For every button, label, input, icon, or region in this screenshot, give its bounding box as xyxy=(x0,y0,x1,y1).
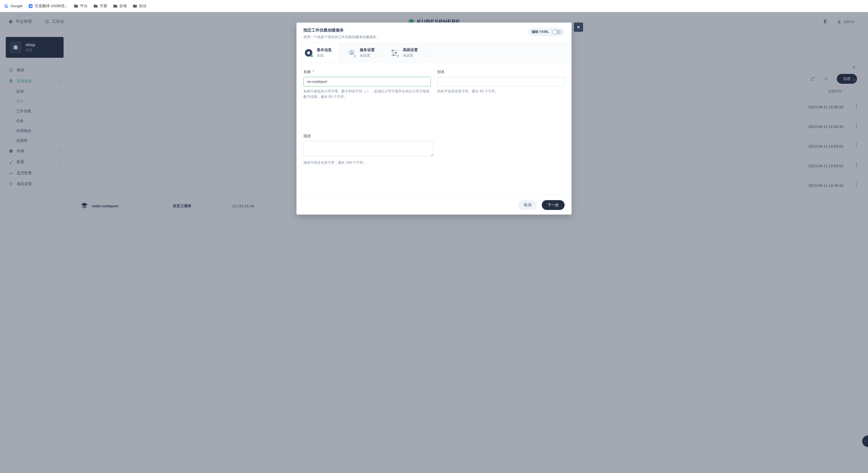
close-button[interactable] xyxy=(574,23,583,32)
step-service-settings[interactable]: 服务设置 未设置 xyxy=(340,43,382,62)
svg-point-37 xyxy=(397,55,399,57)
desc-label: 描述 xyxy=(303,133,311,139)
name-input[interactable] xyxy=(303,77,431,86)
name-hint: 名称只能包含小写字母、数字和连字符（-），必须以小写字母开头并以小写字母或数字结… xyxy=(303,89,431,100)
cancel-button[interactable]: 取消 xyxy=(518,200,537,210)
svg-point-34 xyxy=(392,50,393,52)
next-button[interactable]: 下一步 xyxy=(542,200,565,210)
step-basic-info[interactable]: 基本信息 当前 xyxy=(297,43,340,62)
close-icon xyxy=(576,25,581,29)
alias-hint: 别名可包含任意字符，最长 63 个字符。 xyxy=(437,89,565,94)
svg-point-29 xyxy=(311,55,313,57)
create-service-modal: 指定工作负载创建服务 使用一个或多个现有的工作负载创建来创建服务。 编辑 YAM… xyxy=(297,23,571,214)
folder-icon xyxy=(74,4,78,8)
chevron-up-icon xyxy=(864,440,867,443)
step-icon-service xyxy=(347,48,356,58)
bookmarks-bar: Google 译 百度翻译-200种语... 平台 手册 杂项 面试 xyxy=(0,0,868,12)
step-advanced-settings[interactable]: 高级设置 未设置 xyxy=(382,43,426,62)
required-indicator: * xyxy=(313,69,314,74)
wizard-steps: 基本信息 当前 服务设置 未设置 高级设置 未设置 xyxy=(297,43,571,62)
name-label: 名称 xyxy=(303,69,311,74)
bookmark-label: 百度翻译-200种语... xyxy=(35,3,68,9)
step-icon-advanced xyxy=(390,48,399,58)
svg-point-30 xyxy=(354,55,356,57)
bookmark-folder-platform[interactable]: 平台 xyxy=(74,3,88,9)
bookmark-google[interactable]: Google xyxy=(4,4,23,8)
toggle-switch[interactable] xyxy=(552,30,561,34)
svg-point-28 xyxy=(307,52,310,54)
svg-point-35 xyxy=(395,52,397,54)
folder-icon xyxy=(133,4,137,8)
folder-icon xyxy=(93,4,98,8)
translate-icon: 译 xyxy=(28,4,33,8)
bookmark-baidu-translate[interactable]: 译 百度翻译-200种语... xyxy=(28,3,68,9)
modal-overlay: 指定工作负载创建服务 使用一个或多个现有的工作负载创建来创建服务。 编辑 YAM… xyxy=(0,12,868,473)
step-icon-basic xyxy=(304,48,313,58)
bookmark-folder-misc[interactable]: 杂项 xyxy=(113,3,127,9)
modal-title: 指定工作负载创建服务 xyxy=(303,28,380,33)
google-icon xyxy=(4,4,9,8)
edit-yaml-toggle[interactable]: 编辑 YAML xyxy=(528,28,565,36)
folder-icon xyxy=(113,4,118,8)
desc-hint: 描述可包含任意字符，最长 256 个字符。 xyxy=(303,160,433,165)
bookmark-label: Google xyxy=(10,4,23,8)
modal-form: 名称 * 名称只能包含小写字母、数字和连字符（-），必须以小写字母开头并以小写字… xyxy=(297,62,571,195)
modal-subtitle: 使用一个或多个现有的工作负载创建来创建服务。 xyxy=(303,35,380,40)
bookmark-folder-manual[interactable]: 手册 xyxy=(93,3,107,9)
bookmark-label: 杂项 xyxy=(119,3,127,9)
bookmark-label: 手册 xyxy=(100,3,107,9)
alias-input[interactable] xyxy=(437,77,565,86)
svg-text:译: 译 xyxy=(29,5,32,7)
bookmark-label: 面试 xyxy=(139,3,147,9)
modal-footer: 取消 下一步 xyxy=(297,195,571,214)
desc-textarea[interactable] xyxy=(303,141,433,157)
alias-label: 别名 xyxy=(437,69,445,74)
svg-point-36 xyxy=(393,54,395,56)
bookmark-label: 平台 xyxy=(80,3,88,9)
bookmark-folder-interview[interactable]: 面试 xyxy=(133,3,147,9)
